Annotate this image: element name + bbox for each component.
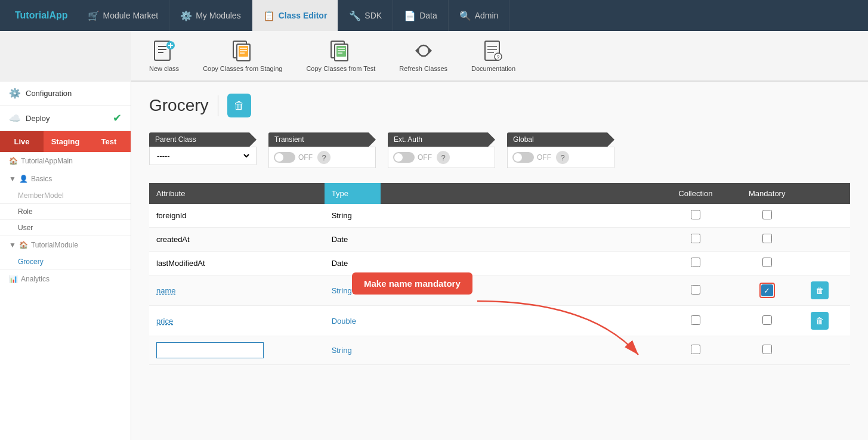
copy-staging-button[interactable]: Copy Classes from Staging xyxy=(197,36,288,76)
mandatory-cb-foreignid[interactable] xyxy=(762,210,772,219)
env-test-button[interactable]: Test xyxy=(87,131,131,152)
collection-cb-foreignid[interactable] xyxy=(691,210,700,219)
collection-cb-lastmodifiedat[interactable] xyxy=(691,258,700,267)
copy-staging-label: Copy Classes from Staging xyxy=(203,65,282,73)
attr-name-link[interactable]: name xyxy=(156,286,176,295)
toolbar: New class Copy Classes from Staging xyxy=(131,31,868,81)
sdk-icon: 🔧 xyxy=(349,10,361,21)
tab-admin[interactable]: 🔍 Admin xyxy=(449,0,510,31)
attr-lastmodifiedat: lastModifiedAt xyxy=(149,252,325,275)
mandatory-cb-name[interactable]: ✓ xyxy=(761,284,773,296)
analytics-icon: 📊 xyxy=(9,275,18,283)
expand-tutorial-icon: ▼ xyxy=(9,241,16,249)
refresh-label: Refresh Classes xyxy=(399,65,447,73)
env-staging-button[interactable]: Staging xyxy=(44,131,87,152)
copy-test-icon xyxy=(329,39,353,63)
ext-auth-thumb xyxy=(394,153,403,162)
table-row: foreignId String xyxy=(149,204,850,228)
global-group: Global OFF ? xyxy=(507,132,614,168)
data-icon: 📄 xyxy=(404,10,416,21)
ext-auth-help-button[interactable]: ? xyxy=(437,151,450,164)
type-price-link[interactable]: Double xyxy=(332,317,356,326)
header-divider xyxy=(218,95,218,116)
new-type-link[interactable]: String xyxy=(332,346,352,355)
attr-name: name xyxy=(149,275,325,306)
configuration-icon: ⚙️ xyxy=(9,88,21,99)
global-toggle[interactable]: OFF xyxy=(512,152,551,163)
tab-my-modules[interactable]: ⚙️ My Modules xyxy=(169,0,252,31)
table-row: createdAt Date xyxy=(149,228,850,252)
type-name-link[interactable]: String xyxy=(332,286,352,295)
ext-auth-toggle[interactable]: OFF xyxy=(393,152,432,163)
collection-cb-name[interactable] xyxy=(691,285,700,295)
col-actions xyxy=(804,183,850,204)
type-price: Double xyxy=(325,306,381,336)
new-attribute-input[interactable] xyxy=(156,342,264,358)
deploy-check-icon: ✔ xyxy=(113,111,122,125)
svg-text:?: ? xyxy=(497,54,500,60)
sidebar-item-configuration[interactable]: ⚙️ Configuration xyxy=(0,82,131,106)
new-class-button[interactable]: New class xyxy=(143,36,185,76)
top-navigation: TutorialApp 🛒 Module Market ⚙️ My Module… xyxy=(0,0,868,31)
refresh-icon xyxy=(412,39,435,63)
tab-module-market[interactable]: 🛒 Module Market xyxy=(77,0,170,31)
global-control: OFF ? xyxy=(507,147,614,168)
sidebar-child-role[interactable]: Role xyxy=(0,204,131,220)
refresh-button[interactable]: Refresh Classes xyxy=(393,36,453,76)
new-attr-type: String xyxy=(325,336,381,365)
my-modules-icon: ⚙️ xyxy=(180,10,192,21)
global-thumb xyxy=(514,153,522,162)
mandatory-cb-createdat[interactable] xyxy=(762,234,772,243)
new-class-icon xyxy=(152,39,176,63)
sidebar-item-tutorial-app-main[interactable]: 🏠 TutorialAppMain xyxy=(0,152,131,170)
env-live-button[interactable]: Live xyxy=(0,131,44,152)
transient-group: Transient OFF ? xyxy=(268,132,376,168)
sidebar-item-deploy[interactable]: ☁️ Deploy ✔ xyxy=(0,106,131,131)
tab-class-editor[interactable]: 📋 Class Editor xyxy=(252,0,339,31)
parent-class-label: Parent Class xyxy=(149,132,257,147)
new-attr-cell xyxy=(149,336,325,365)
transient-toggle[interactable]: OFF xyxy=(274,152,313,163)
documentation-icon: ? xyxy=(481,39,505,63)
collection-cb-new[interactable] xyxy=(691,345,700,354)
tab-sdk[interactable]: 🔧 SDK xyxy=(338,0,393,31)
transient-help-button[interactable]: ? xyxy=(317,151,330,164)
delete-name-button[interactable]: 🗑 xyxy=(811,281,829,299)
svg-marker-20 xyxy=(415,48,418,54)
type-lastmodifiedat: Date xyxy=(325,252,381,275)
transient-track xyxy=(274,152,295,163)
admin-icon: 🔍 xyxy=(459,10,471,21)
home-icon: 🏠 xyxy=(9,157,18,165)
copy-test-button[interactable]: Copy Classes from Test xyxy=(300,36,381,76)
col-collection: Collection xyxy=(661,183,731,204)
delete-price-button[interactable]: 🗑 xyxy=(811,312,829,330)
sidebar-child-user[interactable]: User xyxy=(0,220,131,236)
documentation-button[interactable]: ? Documentation xyxy=(465,36,521,76)
delete-class-button[interactable]: 🗑 xyxy=(227,94,251,117)
sidebar-child-grocery[interactable]: Grocery xyxy=(0,254,131,270)
attr-price-link[interactable]: price xyxy=(156,317,173,326)
new-class-label: New class xyxy=(149,65,179,73)
global-help-button[interactable]: ? xyxy=(556,151,569,164)
mandatory-cb-lastmodifiedat[interactable] xyxy=(762,258,772,267)
mandatory-cb-price[interactable] xyxy=(762,315,772,325)
sidebar-child-member-model[interactable]: MemberModel xyxy=(0,188,131,204)
collection-cb-price[interactable] xyxy=(691,315,700,325)
copy-test-label: Copy Classes from Test xyxy=(306,65,375,73)
collection-cb-createdat[interactable] xyxy=(691,234,700,243)
copy-staging-icon xyxy=(231,39,255,63)
documentation-label: Documentation xyxy=(471,65,515,73)
tutorial-module-icon: 🏠 xyxy=(19,241,28,249)
parent-class-select[interactable]: ----- xyxy=(155,151,251,161)
mandatory-checked-wrap: ✓ xyxy=(737,283,796,298)
ext-auth-control: OFF ? xyxy=(388,147,495,168)
tab-data[interactable]: 📄 Data xyxy=(393,0,449,31)
app-title: TutorialApp xyxy=(6,10,77,21)
global-track xyxy=(512,152,534,163)
sidebar-item-tutorial-module[interactable]: ▼ 🏠 TutorialModule xyxy=(0,236,131,254)
sidebar-item-basics[interactable]: ▼ 👤 Basics xyxy=(0,170,131,188)
mandatory-cb-new[interactable] xyxy=(762,345,772,354)
attr-price: price xyxy=(149,306,325,336)
ext-auth-label: Ext. Auth xyxy=(388,132,495,147)
sidebar-item-analytics[interactable]: 📊 Analytics xyxy=(0,270,131,288)
